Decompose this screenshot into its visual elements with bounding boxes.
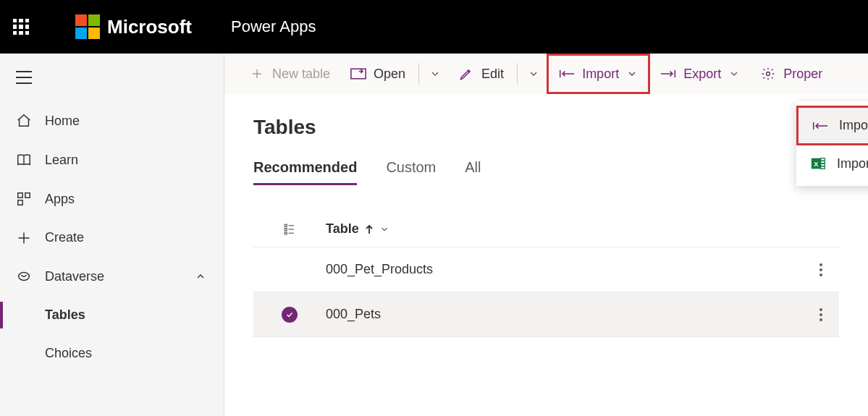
app-launcher-icon[interactable] [13,19,29,35]
sidebar-item-label: Home [45,114,80,129]
command-label: New table [272,67,330,82]
menuitem-label: Import data [839,118,868,133]
tab-recommended[interactable]: Recommended [253,159,357,185]
plus-icon [16,231,32,245]
command-label: Import [582,67,619,82]
command-bar: New table Open Edit [224,54,868,94]
plus-icon [249,67,265,80]
menuitem-label: Import data from Excel [837,156,868,171]
sidebar-item-label: Apps [45,192,75,207]
import-dropdown: Import data X Import data from Excel [796,101,868,186]
sidebar-item-label: Learn [45,153,78,168]
column-select-header[interactable] [253,223,326,236]
separator [517,63,518,85]
table-row[interactable]: 000_Pet_Products [253,247,839,292]
home-icon [16,113,32,129]
tabs: Recommended Custom All [253,159,839,185]
dataverse-icon [16,268,32,284]
properties-button[interactable]: Proper [750,54,833,94]
global-header: Microsoft Power Apps [0,0,868,54]
open-button[interactable]: Open [340,54,416,94]
svg-rect-5 [25,193,30,198]
separator [418,63,419,85]
command-label: Proper [783,67,822,82]
import-data-menuitem[interactable]: Import data [796,106,868,145]
svg-rect-6 [18,200,22,205]
table-row[interactable]: 000_Pets [253,292,839,337]
command-label: Edit [481,67,504,82]
tab-all[interactable]: All [465,159,481,185]
svg-point-17 [767,72,770,76]
svg-rect-4 [18,193,22,198]
svg-point-38 [819,318,822,321]
svg-text:X: X [814,161,819,168]
svg-point-37 [819,313,822,316]
left-nav: Home Learn Apps Create Dataverse [0,54,224,416]
table-header-row: Table [253,214,839,247]
export-icon [660,67,676,80]
microsoft-logo-icon [75,14,100,39]
open-icon [350,67,366,80]
sidebar-item-dataverse[interactable]: Dataverse [0,257,224,296]
svg-point-33 [819,263,822,266]
apps-icon [16,191,32,207]
app-name: Power Apps [231,17,316,36]
export-button[interactable]: Export [650,54,750,94]
excel-icon: X [809,156,827,171]
edit-button[interactable]: Edit [448,54,514,94]
chevron-down-icon[interactable] [379,224,389,234]
sidebar-item-label: Create [45,230,84,245]
sidebar-item-label: Dataverse [45,269,104,284]
sidebar-item-create[interactable]: Create [0,218,224,257]
svg-rect-28 [285,228,287,230]
svg-rect-25 [821,166,825,169]
column-name-header[interactable]: Table [326,221,839,237]
new-table-button[interactable]: New table [239,54,340,94]
row-select[interactable] [253,307,326,323]
page-title: Tables [253,116,839,139]
chevron-down-icon [728,68,740,80]
command-label: Export [683,67,721,82]
row-name: 000_Pet_Products [326,262,803,277]
sidebar-item-label: Tables [45,307,85,323]
gear-icon [760,67,776,81]
import-icon [812,119,829,132]
svg-rect-26 [285,224,287,226]
checked-icon [282,307,298,323]
row-name: 000_Pets [326,307,803,322]
sidebar-item-learn[interactable]: Learn [0,140,224,179]
svg-rect-30 [285,232,287,234]
pencil-icon [458,67,474,81]
sidebar-item-home[interactable]: Home [0,101,224,140]
sidebar-item-apps[interactable]: Apps [0,179,224,218]
microsoft-wordmark: Microsoft [107,16,192,38]
svg-rect-11 [351,69,366,79]
page-content: Tables Recommended Custom All Table [224,94,868,416]
chevron-down-icon [626,68,638,80]
column-label: Table [326,221,359,237]
import-excel-menuitem[interactable]: X Import data from Excel [796,145,868,182]
sort-asc-icon [365,224,374,234]
tab-custom[interactable]: Custom [386,159,436,185]
book-icon [16,152,32,168]
row-more-button[interactable] [803,308,839,321]
microsoft-logo: Microsoft [75,14,192,39]
svg-point-34 [819,268,822,271]
sidebar-item-tables[interactable]: Tables [0,296,224,334]
svg-point-35 [819,273,822,276]
main-area: New table Open Edit [224,54,868,416]
row-more-button[interactable] [803,263,839,276]
edit-chevron[interactable] [521,68,547,80]
import-button[interactable]: Import [547,54,650,94]
open-chevron[interactable] [422,68,448,80]
svg-point-36 [819,308,822,311]
chevron-up-icon [195,271,206,282]
sidebar-item-choices[interactable]: Choices [0,334,224,373]
nav-collapse-button[interactable] [0,62,224,101]
sidebar-item-label: Choices [45,346,92,361]
command-label: Open [374,67,405,82]
import-icon [559,67,575,80]
